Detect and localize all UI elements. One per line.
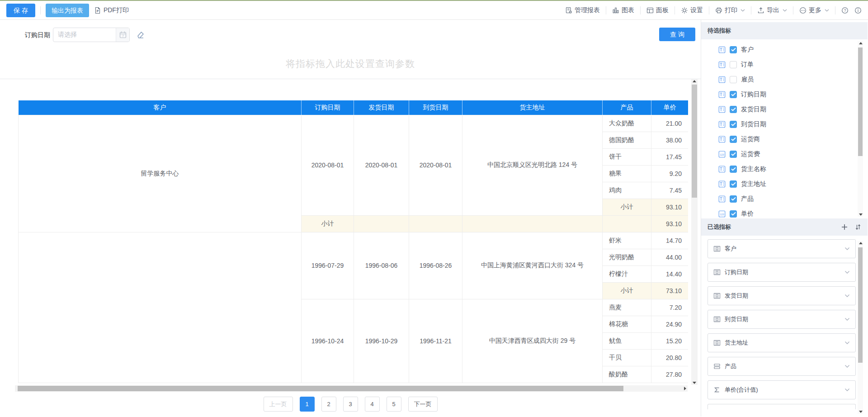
- toolbar-item-more[interactable]: 更多: [799, 6, 829, 14]
- export-as-report-button[interactable]: 输出为报表: [46, 4, 89, 17]
- scroll-right-arrow[interactable]: [684, 387, 686, 390]
- selected-metric-产品[interactable]: 产品: [708, 357, 856, 376]
- empty-cell: [409, 215, 462, 232]
- pending-field-雇员[interactable]: 雇员: [701, 72, 868, 87]
- field-checkbox[interactable]: [730, 195, 737, 203]
- add-metric-icon[interactable]: [841, 224, 848, 230]
- clear-eraser-icon[interactable]: [136, 30, 145, 39]
- vertical-scroll-thumb[interactable]: [692, 85, 697, 198]
- pdf-print-button[interactable]: P PDF打印: [94, 6, 129, 14]
- field-checkbox[interactable]: [730, 151, 737, 158]
- field-checkbox[interactable]: [730, 106, 737, 113]
- export-icon: [757, 7, 764, 14]
- table-vertical-scrollbar[interactable]: [691, 79, 698, 385]
- sort-metrics-icon[interactable]: [855, 224, 861, 230]
- field-checkbox[interactable]: [730, 166, 737, 173]
- horizontal-scroll-thumb[interactable]: [18, 386, 623, 391]
- toolbar-item-label: 更多: [809, 6, 821, 14]
- toolbar-item-printer[interactable]: 打印: [715, 6, 745, 14]
- page-button-4[interactable]: 4: [365, 397, 380, 412]
- selected-metric-发货日期[interactable]: 发货日期: [708, 286, 856, 305]
- chevron-down-icon[interactable]: [844, 365, 850, 368]
- toolbar-item-export[interactable]: 导出: [757, 6, 787, 14]
- group-field-icon: [713, 339, 721, 346]
- field-checkbox[interactable]: [730, 121, 737, 128]
- group-field-icon: [713, 292, 721, 299]
- pending-field-运货费[interactable]: 123运货费: [701, 147, 868, 161]
- scroll-up-arrow[interactable]: [859, 242, 863, 244]
- scroll-up-arrow[interactable]: [859, 42, 863, 44]
- pending-field-单价[interactable]: 123单价: [701, 206, 868, 218]
- order-date-input[interactable]: 请选择 7: [53, 28, 130, 42]
- selected-list-scrollbar[interactable]: [858, 241, 863, 414]
- page-button-1[interactable]: 1: [300, 397, 315, 412]
- save-button[interactable]: 保 存: [6, 4, 35, 17]
- chevron-down-icon[interactable]: [844, 388, 850, 392]
- field-checkbox[interactable]: [730, 180, 737, 188]
- scroll-thumb[interactable]: [858, 247, 863, 363]
- pending-field-订购日期[interactable]: 订购日期: [701, 87, 868, 102]
- field-label: 客户: [741, 46, 754, 54]
- pending-field-运货商[interactable]: 运货商: [701, 132, 868, 147]
- toolbar-item-panel[interactable]: 面板: [646, 6, 669, 14]
- table-row: 1996-07-291996-08-061996-08-26中国上海黄浦区黄河西…: [19, 232, 689, 249]
- calendar-icon[interactable]: 7: [116, 28, 129, 42]
- pending-field-订单[interactable]: 订单: [701, 57, 868, 72]
- scroll-down-arrow[interactable]: [693, 382, 696, 384]
- toolbar-item-bar-chart[interactable]: 图表: [612, 6, 634, 14]
- divider: [793, 6, 793, 14]
- selected-metric-客户[interactable]: 客户: [708, 239, 856, 258]
- field-checkbox[interactable]: [730, 46, 737, 53]
- page-button-3[interactable]: 3: [343, 397, 358, 412]
- scroll-thumb[interactable]: [858, 47, 863, 156]
- report-table: 客户订购日期发货日期到货日期货主地址产品单价留学服务中心2020-08-0120…: [18, 100, 688, 383]
- scroll-up-arrow[interactable]: [693, 80, 696, 82]
- search-button[interactable]: 查 询: [659, 28, 695, 41]
- text-field-icon: [718, 180, 726, 188]
- next-page-button[interactable]: 下一页: [408, 397, 438, 412]
- product-cell: 光明奶酪: [603, 249, 651, 265]
- selected-metric-货主地址[interactable]: 货主地址: [708, 333, 856, 352]
- divider: [40, 6, 41, 14]
- selected-metric-单价(合计值)[interactable]: 单价(合计值): [708, 380, 856, 399]
- pending-field-发货日期[interactable]: 发货日期: [701, 102, 868, 117]
- divider: [606, 6, 606, 14]
- toolbar-item-manage-report[interactable]: 管理报表: [565, 6, 600, 14]
- chevron-down-icon[interactable]: [844, 270, 850, 274]
- selected-metric-到货日期[interactable]: 到货日期: [708, 310, 856, 329]
- field-checkbox[interactable]: [730, 76, 737, 83]
- arrive-date-cell: 2020-08-01: [409, 115, 462, 215]
- scroll-down-arrow[interactable]: [859, 411, 863, 413]
- selected-metric-订购日期[interactable]: 订购日期: [708, 263, 856, 282]
- toolbar-item-info[interactable]: [854, 7, 862, 14]
- field-checkbox[interactable]: [730, 61, 737, 68]
- chevron-down-icon[interactable]: [844, 317, 850, 321]
- pending-list-scrollbar[interactable]: [858, 41, 863, 217]
- chevron-down-icon[interactable]: [844, 247, 850, 251]
- scroll-down-arrow[interactable]: [859, 213, 863, 216]
- chevron-down-icon[interactable]: [844, 341, 850, 345]
- pending-field-货主名称[interactable]: 货主名称: [701, 161, 868, 176]
- group-field-icon: [713, 245, 721, 252]
- toolbar-item-label: 管理报表: [575, 6, 600, 14]
- table-horizontal-scrollbar[interactable]: [15, 385, 688, 392]
- chevron-down-icon[interactable]: [844, 294, 850, 298]
- column-header: 发货日期: [354, 100, 409, 115]
- prev-page-button[interactable]: 上一页: [264, 397, 293, 412]
- order-subtotal-label: 小计: [603, 199, 651, 215]
- field-checkbox[interactable]: [730, 136, 737, 143]
- pending-field-产品[interactable]: 产品: [701, 191, 868, 206]
- page-button-5[interactable]: 5: [387, 397, 401, 412]
- pending-field-到货日期[interactable]: 到货日期: [701, 117, 868, 132]
- pending-field-货主地址[interactable]: 货主地址: [701, 176, 868, 191]
- page-button-2[interactable]: 2: [321, 397, 336, 412]
- field-checkbox[interactable]: [730, 91, 737, 98]
- toolbar-item-help[interactable]: ?: [841, 7, 849, 14]
- svg-text:7: 7: [122, 34, 124, 38]
- toolbar-item-gear[interactable]: 设置: [681, 6, 703, 14]
- field-checkbox[interactable]: [730, 210, 737, 218]
- selected-metric-label: 单价(合计值): [725, 386, 758, 394]
- customer-cell: [19, 232, 302, 383]
- pending-field-客户[interactable]: 客户: [701, 42, 868, 57]
- unit-price-cell: 14.70: [651, 232, 689, 249]
